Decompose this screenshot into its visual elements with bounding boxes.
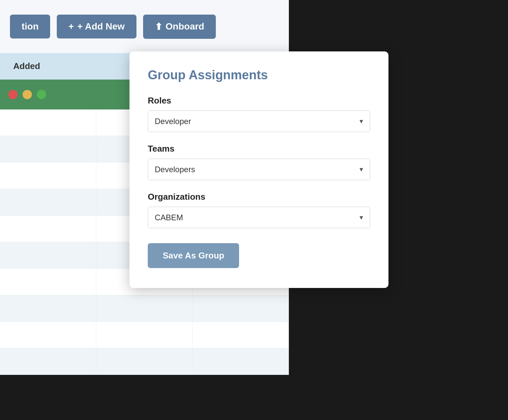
table-cell — [193, 348, 289, 375]
table-row — [0, 295, 289, 322]
roles-section: Roles Developer Admin Viewer Manager — [148, 96, 370, 132]
table-cell — [0, 109, 96, 136]
onboard-icon: ⬆ — [155, 21, 162, 32]
roles-select[interactable]: Developer Admin Viewer Manager — [148, 110, 370, 132]
plus-icon: + — [68, 21, 74, 32]
table-cell — [0, 322, 96, 348]
onboard-label: Onboard — [166, 21, 205, 32]
table-cell — [96, 295, 193, 321]
traffic-light-red[interactable] — [8, 90, 18, 99]
toolbar: tion + + Add New ⬆ Onboard — [0, 0, 289, 53]
teams-select[interactable]: Developers QA DevOps Design — [148, 159, 370, 180]
table-cell — [0, 269, 96, 295]
added-column-header: Added — [13, 61, 40, 71]
table-cell — [0, 216, 96, 242]
table-cell — [96, 322, 193, 348]
traffic-light-green[interactable] — [37, 90, 46, 99]
table-cell — [0, 189, 96, 215]
add-new-button[interactable]: + + Add New — [57, 15, 136, 38]
teams-section: Teams Developers QA DevOps Design — [148, 144, 370, 180]
table-cell — [96, 348, 193, 375]
table-row — [0, 348, 289, 375]
teams-select-wrapper: Developers QA DevOps Design — [148, 159, 370, 180]
table-cell — [0, 136, 96, 162]
table-cell — [193, 295, 289, 321]
roles-label: Roles — [148, 96, 370, 106]
organizations-select-wrapper: CABEM Acme Corp Tech Inc — [148, 207, 370, 228]
roles-select-wrapper: Developer Admin Viewer Manager — [148, 110, 370, 132]
table-cell — [0, 348, 96, 375]
partial-label: tion — [22, 21, 39, 32]
save-as-group-button[interactable]: Save As Group — [148, 243, 239, 268]
table-cell — [0, 163, 96, 189]
table-cell — [193, 322, 289, 348]
add-new-label: + Add New — [77, 21, 125, 32]
table-cell — [0, 295, 96, 321]
partial-button[interactable]: tion — [10, 15, 50, 38]
table-cell — [0, 242, 96, 268]
organizations-label: Organizations — [148, 192, 370, 202]
organizations-select[interactable]: CABEM Acme Corp Tech Inc — [148, 207, 370, 228]
group-assignments-modal: Group Assignments Roles Developer Admin … — [129, 51, 388, 288]
modal-title: Group Assignments — [148, 68, 370, 82]
onboard-button[interactable]: ⬆ Onboard — [143, 15, 216, 39]
teams-label: Teams — [148, 144, 370, 154]
table-row — [0, 322, 289, 348]
organizations-section: Organizations CABEM Acme Corp Tech Inc — [148, 192, 370, 228]
traffic-light-yellow[interactable] — [23, 90, 32, 99]
